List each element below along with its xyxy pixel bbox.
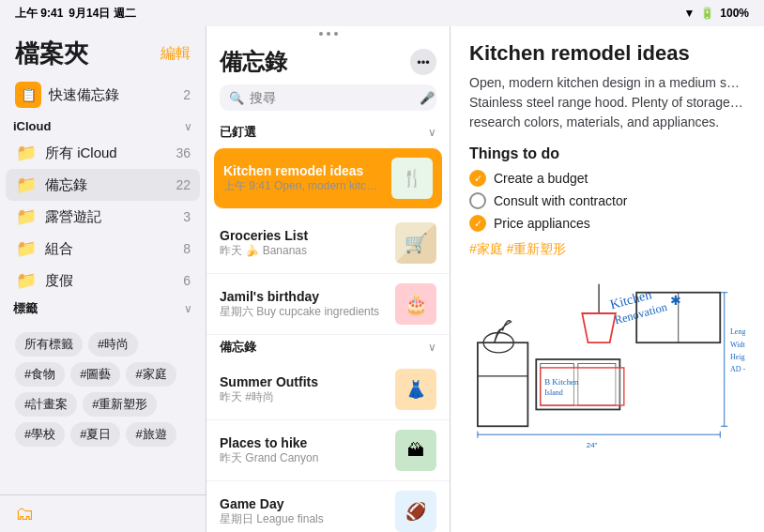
status-left: 上午 9:41 9月14日 週二: [15, 6, 136, 22]
sketch-svg: Kitchen Renovation B Kitchen Island 24": [469, 267, 745, 451]
folder-vacation[interactable]: 📁 度假 6: [0, 265, 206, 296]
folders-footer: 🗂: [0, 494, 206, 532]
folder-name: 所有 iCloud: [45, 144, 168, 162]
svg-text:24": 24": [587, 441, 598, 449]
folder-icon: 📁: [15, 206, 38, 227]
new-folder-button[interactable]: 🗂: [15, 503, 34, 524]
pinned-note-meta: 上午 9:41 Open, modern kitchen: [223, 178, 382, 194]
note-hike[interactable]: Places to hike 昨天 Grand Canyon 🏔: [206, 420, 450, 481]
search-bar[interactable]: 🔍 🎤: [220, 84, 436, 111]
note-groceries[interactable]: Groceries List 昨天 🍌 Bananas 🛒: [206, 213, 450, 274]
folder-count: 22: [176, 177, 191, 192]
folders-panel: 檔案夾 編輯 📋 快速備忘錄 2 iCloud ∨ 📁 所有 iCloud 36: [0, 26, 206, 532]
tag-travel[interactable]: #旅遊: [126, 422, 176, 447]
tag-project[interactable]: #計畫案: [15, 392, 77, 417]
todo-check-appliances[interactable]: ✓: [469, 215, 486, 232]
note-birthday[interactable]: Jamil's birthday 星期六 Buy cupcake ingredi…: [206, 274, 450, 335]
note-thumb: 👗: [395, 369, 436, 410]
pinned-note-thumb: 🍴: [391, 158, 433, 199]
note-meta: 昨天 🍌 Bananas: [220, 243, 386, 259]
tags-section: 所有標籤 #時尚 #食物 #圖藝 #家庭 #計畫案 #重新塑形 #學校 #夏日 …: [0, 321, 206, 454]
tag-fashion[interactable]: #時尚: [88, 332, 138, 357]
folder-icon: 📁: [15, 175, 38, 195]
things-to-do-title: Things to do: [469, 145, 745, 162]
svg-text:✱: ✱: [670, 293, 681, 308]
svg-rect-12: [541, 368, 624, 405]
detail-content: Kitchen remodel ideas Open, modern kitch…: [451, 26, 764, 532]
note-summer[interactable]: Summer Outfits 昨天 #時尚 👗: [206, 359, 450, 420]
tags-section-header[interactable]: 標籤 ∨: [0, 296, 206, 321]
notes-title-row: 備忘錄 •••: [220, 47, 436, 77]
notes-panel: 備忘錄 ••• 🔍 🎤 已釘選 ∨ Kitchen remodel ideas …: [206, 26, 451, 532]
tag-all[interactable]: 所有標籤: [15, 332, 83, 357]
notes-section-header[interactable]: 備忘錄 ∨: [206, 335, 450, 359]
quick-notes-icon: 📋: [15, 82, 41, 108]
app-container: 檔案夾 編輯 📋 快速備忘錄 2 iCloud ∨ 📁 所有 iCloud 36: [0, 26, 764, 532]
quick-notes-label: 快速備忘錄: [49, 86, 176, 104]
tag-reshape[interactable]: #重新塑形: [83, 392, 157, 417]
pinned-note-text: Kitchen remodel ideas 上午 9:41 Open, mode…: [223, 163, 382, 194]
tags-chevron-icon: ∨: [184, 302, 192, 315]
notes-section-title: 備忘錄: [220, 339, 256, 356]
pinned-note-title: Kitchen remodel ideas: [223, 163, 382, 178]
detail-title: Kitchen remodel ideas: [469, 41, 745, 66]
note-time: 昨天: [220, 390, 242, 403]
battery-icon: 🔋: [700, 7, 714, 20]
tag-art[interactable]: #圖藝: [70, 362, 120, 387]
folder-name: 組合: [45, 240, 176, 258]
quick-notes-count: 2: [183, 87, 191, 102]
folder-all-icloud[interactable]: 📁 所有 iCloud 36: [0, 137, 206, 169]
folder-beiwanglu[interactable]: 📁 備忘錄 22: [6, 169, 200, 201]
quick-notes-row[interactable]: 📋 快速備忘錄 2: [0, 74, 206, 115]
note-time: 星期日: [220, 512, 253, 525]
note-text: Groceries List 昨天 🍌 Bananas: [220, 228, 386, 259]
search-input[interactable]: [250, 90, 414, 105]
folder-count: 36: [176, 145, 191, 160]
note-time: 星期六: [220, 305, 253, 318]
svg-text:Length - 45": Length - 45": [730, 327, 745, 336]
pinned-section-header[interactable]: 已釘選 ∨: [206, 120, 450, 144]
icloud-section-title: iCloud: [13, 119, 51, 133]
folder-icon: 📁: [15, 238, 38, 259]
note-meta: 星期日 League finals: [220, 511, 386, 527]
edit-button[interactable]: 編輯: [160, 44, 191, 64]
note-thumb: 🏈: [395, 491, 436, 532]
status-right: ▼ 🔋 100%: [683, 7, 749, 20]
sketch-area: Kitchen Renovation B Kitchen Island 24": [469, 267, 745, 455]
folders-header: 檔案夾 編輯: [0, 26, 206, 74]
tag-family[interactable]: #家庭: [126, 362, 176, 387]
note-title: Summer Outfits: [220, 374, 386, 389]
note-meta: 星期六 Buy cupcake ingredients: [220, 304, 386, 320]
note-title: Jamil's birthday: [220, 289, 386, 304]
more-button[interactable]: •••: [410, 49, 436, 75]
todo-check-budget[interactable]: ✓: [469, 170, 486, 187]
svg-text:Height - 32": Height - 32": [730, 353, 745, 361]
tag-food[interactable]: #食物: [15, 362, 65, 387]
svg-rect-0: [478, 342, 527, 426]
tags-section-title: 標籤: [13, 300, 38, 317]
folder-name: 露營遊記: [45, 208, 176, 226]
folder-count: 8: [183, 241, 191, 256]
icloud-chevron-icon: ∨: [184, 120, 192, 133]
tag-school[interactable]: #學校: [15, 422, 65, 447]
dot: [327, 32, 330, 36]
folder-camping[interactable]: 📁 露營遊記 3: [0, 201, 206, 233]
note-thumb: 🎂: [395, 283, 436, 325]
pinned-chevron-icon: ∨: [428, 126, 436, 139]
tag-summer[interactable]: #夏日: [70, 422, 120, 447]
note-gameday[interactable]: Game Day 星期日 League finals 🏈: [206, 481, 450, 532]
svg-text:B Kitchen: B Kitchen: [544, 377, 579, 387]
tags-grid: 所有標籤 #時尚 #食物 #圖藝 #家庭 #計畫案 #重新塑形 #學校 #夏日 …: [15, 332, 191, 447]
folder-combination[interactable]: 📁 組合 8: [0, 233, 206, 265]
note-text: Jamil's birthday 星期六 Buy cupcake ingredi…: [220, 289, 386, 320]
notes-chevron-icon: ∨: [428, 341, 436, 354]
notes-title: 備忘錄: [220, 47, 287, 77]
note-thumb: 🏔: [395, 430, 436, 471]
note-time: 昨天: [220, 244, 242, 257]
icloud-section-header[interactable]: iCloud ∨: [0, 115, 206, 137]
folder-name: 備忘錄: [45, 176, 168, 194]
dots-row: [206, 26, 450, 38]
pinned-note-kitchen[interactable]: Kitchen remodel ideas 上午 9:41 Open, mode…: [214, 148, 442, 209]
folder-name: 度假: [45, 272, 176, 290]
todo-check-contractor[interactable]: [469, 192, 486, 209]
